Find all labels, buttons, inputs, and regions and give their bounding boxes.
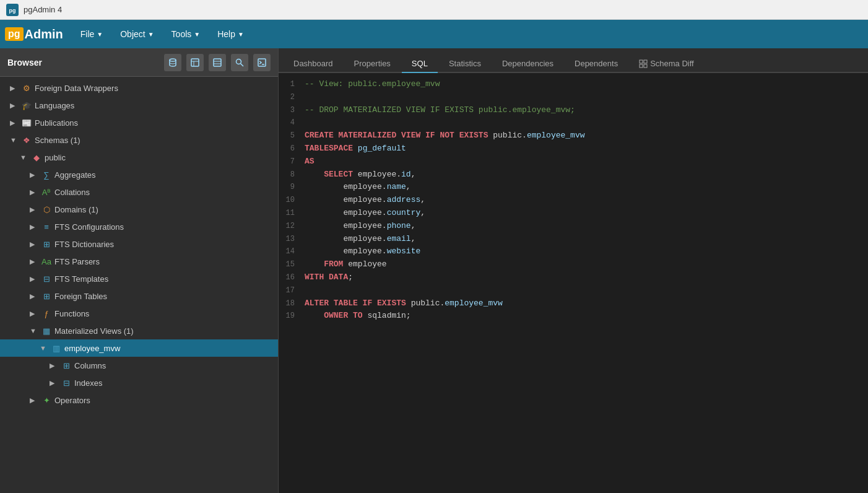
svg-point-9 bbox=[237, 59, 241, 64]
tree-arrow: ▶ bbox=[30, 223, 38, 231]
view-icon-btn[interactable] bbox=[209, 54, 226, 71]
tree-item-functions[interactable]: ▶ ƒ Functions bbox=[0, 305, 278, 322]
tree-item-columns[interactable]: ▶ ⊞ Columns bbox=[0, 357, 278, 374]
tree-arrow: ▶ bbox=[30, 396, 38, 404]
tree-arrow: ▶ bbox=[30, 310, 38, 318]
tree-arrow: ▶ bbox=[10, 119, 19, 127]
tree-arrow: ▶ bbox=[50, 379, 58, 387]
svg-rect-3 bbox=[191, 59, 199, 66]
code-line: 7AS bbox=[279, 155, 868, 168]
code-line: 11 employee.country, bbox=[279, 207, 868, 220]
sql-token: email bbox=[387, 234, 411, 243]
search-icon-btn[interactable] bbox=[231, 54, 248, 71]
tab-dependencies[interactable]: Dependencies bbox=[492, 55, 563, 73]
tree-arrow: ▼ bbox=[40, 344, 48, 352]
sql-token: SELECT bbox=[324, 170, 353, 179]
terminal-icon-btn[interactable] bbox=[253, 54, 271, 71]
line-content: WITH DATA; bbox=[305, 271, 353, 284]
line-content bbox=[305, 284, 310, 297]
sql-token: public. bbox=[406, 299, 445, 308]
file-menu[interactable]: File ▼ bbox=[73, 25, 110, 43]
tree-label: Indexes bbox=[74, 378, 273, 388]
svg-rect-13 bbox=[640, 60, 643, 63]
sql-token: , bbox=[411, 221, 416, 230]
tab-dashboard[interactable]: Dashboard bbox=[284, 55, 343, 73]
tree-item-matviews[interactable]: ▼ ▦ Materialized Views (1) bbox=[0, 322, 278, 339]
tab-sql[interactable]: SQL bbox=[402, 55, 438, 73]
line-number: 4 bbox=[279, 117, 305, 129]
database-icon bbox=[168, 58, 177, 67]
pgadmin-icon: pg bbox=[6, 4, 19, 16]
tree-label: Aggregates bbox=[54, 170, 273, 180]
sql-token: CREATE MATERIALIZED VIEW IF NOT EXISTS bbox=[305, 131, 488, 140]
line-content: -- DROP MATERIALIZED VIEW IF EXISTS publ… bbox=[305, 104, 575, 117]
sql-token: country bbox=[387, 208, 421, 217]
chevron-down-icon: ▼ bbox=[238, 31, 244, 38]
tree-item-fts-templates[interactable]: ▶ ⊟ FTS Templates bbox=[0, 270, 278, 287]
line-content: TABLESPACE pg_default bbox=[305, 142, 406, 155]
line-content: FROM employee bbox=[305, 258, 387, 271]
line-number: 1 bbox=[279, 79, 305, 90]
tree-item-fdw[interactable]: ▶ ⚙ Foreign Data Wrappers bbox=[0, 79, 278, 97]
tree-item-domains[interactable]: ▶ ⬡ Domains (1) bbox=[0, 201, 278, 218]
tree-item-fts-parsers[interactable]: ▶ Aa FTS Parsers bbox=[0, 253, 278, 270]
logo-box: pg bbox=[5, 27, 24, 41]
tools-menu[interactable]: Tools ▼ bbox=[164, 25, 208, 43]
tree-label: employee_mvw bbox=[64, 344, 273, 353]
line-number: 13 bbox=[279, 233, 305, 245]
tab-schema-diff[interactable]: Schema Diff bbox=[629, 55, 704, 73]
tree-item-collations[interactable]: ▶ Aᴮ Collations bbox=[0, 183, 278, 201]
line-number: 15 bbox=[279, 259, 305, 271]
tree-label: Foreign Data Wrappers bbox=[35, 84, 273, 93]
tree-arrow: ▶ bbox=[30, 258, 38, 266]
database-icon-btn[interactable] bbox=[164, 54, 181, 71]
line-content: AS bbox=[305, 155, 315, 168]
fts-parsers-icon: Aa bbox=[41, 257, 52, 266]
line-number: 2 bbox=[279, 92, 305, 103]
tab-statistics[interactable]: Statistics bbox=[439, 55, 491, 73]
tree-item-operators[interactable]: ▶ ✦ Operators bbox=[0, 391, 278, 409]
tree-item-public[interactable]: ▼ ◆ public bbox=[0, 149, 278, 166]
tree-item-indexes[interactable]: ▶ ⊟ Indexes bbox=[0, 374, 278, 391]
help-menu[interactable]: Help ▼ bbox=[210, 25, 251, 43]
tab-properties[interactable]: Properties bbox=[344, 55, 401, 73]
languages-icon: 🎓 bbox=[21, 101, 32, 110]
object-menu[interactable]: Object ▼ bbox=[113, 25, 161, 43]
tree-item-fts-dict[interactable]: ▶ ⊞ FTS Dictionaries bbox=[0, 235, 278, 253]
sql-token: employee_mvw bbox=[527, 131, 585, 140]
tree-item-fts-config[interactable]: ▶ ≡ FTS Configurations bbox=[0, 218, 278, 235]
code-line: 2 bbox=[279, 91, 868, 104]
sql-token: pg_default bbox=[358, 144, 406, 153]
line-number: 12 bbox=[279, 220, 305, 232]
tree-item-languages[interactable]: ▶ 🎓 Languages bbox=[0, 97, 278, 114]
sql-token: , bbox=[420, 208, 425, 217]
foreign-tables-icon: ⊞ bbox=[41, 292, 52, 301]
table-icon-btn[interactable] bbox=[186, 54, 204, 71]
tree-arrow: ▶ bbox=[30, 206, 38, 214]
sql-token bbox=[353, 144, 358, 153]
sidebar-tree: ▶ ⚙ Foreign Data Wrappers ▶ 🎓 Languages … bbox=[0, 77, 278, 493]
tree-item-employee-mvw[interactable]: ▼ ▥ employee_mvw bbox=[0, 339, 278, 357]
terminal-icon bbox=[258, 58, 266, 67]
sql-token bbox=[305, 311, 324, 320]
code-line: 8 SELECT employee.id, bbox=[279, 168, 868, 181]
tab-dependents[interactable]: Dependents bbox=[565, 55, 628, 73]
sql-editor[interactable]: 1-- View: public.employee_mvw2 3-- DROP … bbox=[279, 73, 868, 493]
line-number: 5 bbox=[279, 130, 305, 142]
code-line: 13 employee.email, bbox=[279, 233, 868, 246]
code-line: 19 OWNER TO sqladmin; bbox=[279, 310, 868, 323]
tree-item-aggregates[interactable]: ▶ ∑ Aggregates bbox=[0, 166, 278, 183]
sql-token: address bbox=[387, 195, 421, 204]
tree-label: Domains (1) bbox=[54, 205, 273, 214]
tree-item-schemas[interactable]: ▼ ❖ Schemas (1) bbox=[0, 131, 278, 149]
matview-item-icon: ▥ bbox=[51, 344, 62, 353]
tree-item-publications[interactable]: ▶ 📰 Publications bbox=[0, 114, 278, 131]
tree-arrow: ▼ bbox=[20, 154, 28, 161]
tree-label: Publications bbox=[35, 118, 273, 128]
line-content: employee.phone, bbox=[305, 220, 415, 233]
tree-item-foreign-tables[interactable]: ▶ ⊞ Foreign Tables bbox=[0, 287, 278, 305]
collations-icon: Aᴮ bbox=[41, 188, 52, 197]
sql-token: sqladmin; bbox=[363, 311, 411, 320]
schema-diff-icon bbox=[639, 59, 648, 68]
sql-token: FROM bbox=[324, 260, 343, 269]
